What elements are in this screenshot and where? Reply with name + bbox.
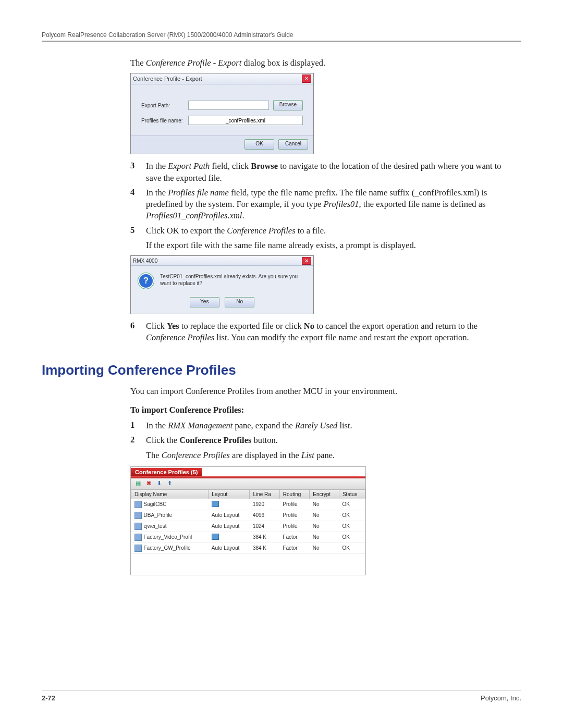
routing-cell: Profile [279, 499, 309, 510]
step-number: 1 [130, 420, 146, 431]
table-row[interactable]: Factory_Video_Profil384 KFactorNoOK [131, 532, 365, 542]
encrypt-cell: No [310, 499, 339, 510]
page-number: 2-72 [42, 694, 55, 702]
profile-icon [134, 545, 142, 552]
ok-button[interactable]: OK [244, 139, 274, 150]
profile-icon [134, 523, 142, 530]
column-header[interactable]: Routing [279, 489, 309, 499]
conference-profiles-tab[interactable]: Conference Profiles (5) [131, 468, 202, 476]
profiles-table: Display NameLayoutLine RaRoutingEncryptS… [131, 489, 365, 554]
status-cell: OK [339, 532, 365, 542]
replace-prompt-titlebar: RMX 4000 ✕ [131, 256, 313, 266]
column-header[interactable]: Status [339, 489, 365, 499]
import-step-1: 1In the RMX Management pane, expand the … [130, 420, 516, 431]
replace-prompt-message: TestCP01_confProfiles.xml already exists… [160, 273, 306, 287]
section-heading-importing: Importing Conference Profiles [42, 362, 521, 378]
step-4: 4In the Profiles file name field, type t… [130, 187, 516, 222]
header-rule [42, 41, 521, 42]
profile-name: SagiICBC [144, 501, 167, 507]
table-row[interactable]: cjwei_testAuto Layout1024ProfileNoOK [131, 521, 365, 532]
export-icon[interactable]: ⬆ [165, 479, 174, 488]
routing-cell: Profile [279, 510, 309, 521]
table-row[interactable]: Factory_GW_ProfileAuto Layout384 KFactor… [131, 542, 365, 553]
browse-button[interactable]: Browse [273, 100, 303, 110]
step-text: In the Profiles file name field, type th… [146, 187, 516, 222]
export-dialog-titlebar: Conference Profile - Export ✕ [131, 73, 313, 84]
new-profile-icon[interactable]: ▦ [134, 479, 142, 488]
routing-cell: Profile [279, 521, 309, 532]
step-3: 3In the Export Path field, click Browse … [130, 161, 516, 184]
encrypt-cell: No [310, 510, 339, 521]
profile-name: Factory_GW_Profile [144, 545, 191, 551]
profile-name: cjwei_test [144, 523, 167, 529]
cancel-button[interactable]: Cancel [278, 139, 308, 150]
routing-cell: Factor [279, 542, 309, 553]
intro-pre: The [130, 58, 146, 68]
question-icon: ? [138, 273, 154, 289]
page-footer: 2-72 Polycom, Inc. [42, 690, 521, 702]
step-number: 6 [130, 320, 146, 344]
export-dialog: Conference Profile - Export ✕ Export Pat… [130, 73, 314, 154]
profile-icon [134, 534, 142, 541]
step-number: 4 [130, 187, 146, 222]
table-row[interactable]: SagiICBC1920ProfileNoOK [131, 499, 365, 510]
layout-icon [212, 501, 219, 507]
replace-prompt-title: RMX 4000 [133, 258, 302, 264]
column-header[interactable]: Display Name [131, 489, 209, 499]
column-header[interactable]: Line Ra [250, 489, 279, 499]
routing-cell: Factor [279, 532, 309, 542]
step-text: Click Yes to replace the exported file o… [146, 320, 516, 344]
delete-icon[interactable]: ✖ [144, 479, 153, 488]
encrypt-cell: No [310, 532, 339, 542]
step-text: In the Export Path field, click Browse t… [146, 161, 516, 184]
status-cell: OK [339, 542, 365, 553]
profiles-file-input[interactable] [188, 116, 303, 125]
conference-profiles-list: Conference Profiles (5) ▦ ✖ ⬇ ⬆ Display … [130, 466, 366, 575]
step-subtext: If the export file with the same file na… [146, 240, 516, 251]
step-text: Click OK to export the Conference Profil… [146, 225, 516, 252]
rate-cell: 4096 [250, 510, 279, 521]
layout-cell [209, 499, 250, 510]
step-6: 6Click Yes to replace the exported file … [130, 320, 516, 344]
rate-cell: 1920 [250, 499, 279, 510]
list-toolbar: ▦ ✖ ⬇ ⬆ [131, 478, 365, 489]
step-text: In the RMX Management pane, expand the R… [146, 420, 516, 431]
status-cell: OK [339, 510, 365, 521]
export-path-label: Export Path: [141, 103, 188, 108]
profile-icon [134, 512, 142, 519]
rate-cell: 384 K [250, 542, 279, 553]
doc-header: Polycom RealPresence Collaboration Serve… [42, 31, 521, 39]
export-path-input[interactable] [188, 101, 269, 110]
replace-prompt-dialog: RMX 4000 ✕ ? TestCP01_confProfiles.xml a… [130, 255, 314, 314]
status-cell: OK [339, 499, 365, 510]
layout-cell: Auto Layout [209, 510, 250, 521]
step-number: 3 [130, 161, 146, 184]
yes-button[interactable]: Yes [190, 297, 219, 307]
step-subtext: The Conference Profiles are displayed in… [146, 450, 516, 461]
profiles-file-label: Profiles file name: [141, 118, 188, 124]
import-icon[interactable]: ⬇ [155, 479, 163, 488]
export-dialog-title: Conference Profile - Export [133, 76, 302, 82]
rate-cell: 384 K [250, 532, 279, 542]
footer-company: Polycom, Inc. [481, 694, 521, 702]
close-icon[interactable]: ✕ [302, 257, 311, 265]
intro-italic: Conference Profile - Export [146, 58, 241, 68]
step-text: Click the Conference Profiles button.The… [146, 435, 516, 461]
encrypt-cell: No [310, 521, 339, 532]
layout-cell: Auto Layout [209, 521, 250, 532]
profile-name: Factory_Video_Profil [144, 534, 192, 540]
intro-post: dialog box is displayed. [241, 58, 325, 68]
profile-icon [134, 501, 142, 508]
no-button[interactable]: No [225, 297, 254, 307]
layout-cell [209, 532, 250, 542]
layout-icon [212, 534, 219, 540]
encrypt-cell: No [310, 542, 339, 553]
column-header[interactable]: Encrypt [310, 489, 339, 499]
table-row[interactable]: DBA_ProfileAuto Layout4096ProfileNoOK [131, 510, 365, 521]
close-icon[interactable]: ✕ [302, 75, 311, 83]
column-header[interactable]: Layout [209, 489, 250, 499]
step-number: 5 [130, 225, 146, 252]
import-to-label: To import Conference Profiles: [130, 404, 516, 416]
layout-cell: Auto Layout [209, 542, 250, 553]
status-cell: OK [339, 521, 365, 532]
